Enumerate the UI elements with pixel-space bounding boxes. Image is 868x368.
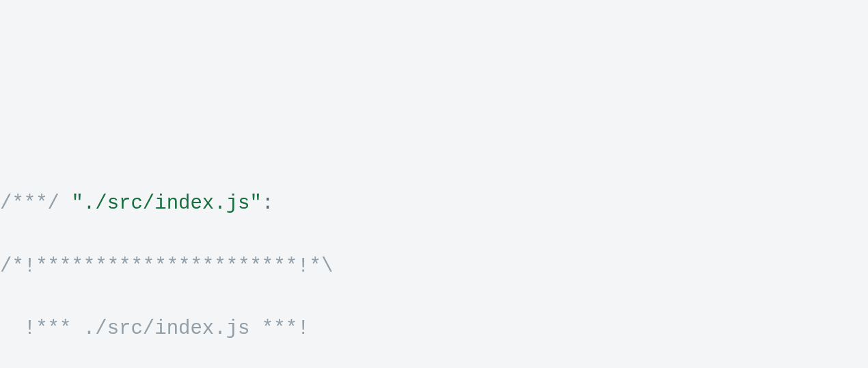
string-token: "./src/index.js": [71, 192, 261, 215]
comment-token: /***/: [0, 192, 71, 215]
punct-token: :: [262, 192, 273, 215]
code-line: !*** ./src/index.js ***!: [0, 313, 868, 345]
code-block: /***/ "./src/index.js": /*!*************…: [0, 157, 868, 368]
code-line: /*!**********************!*\: [0, 251, 868, 282]
code-line: /***/ "./src/index.js":: [0, 188, 868, 220]
